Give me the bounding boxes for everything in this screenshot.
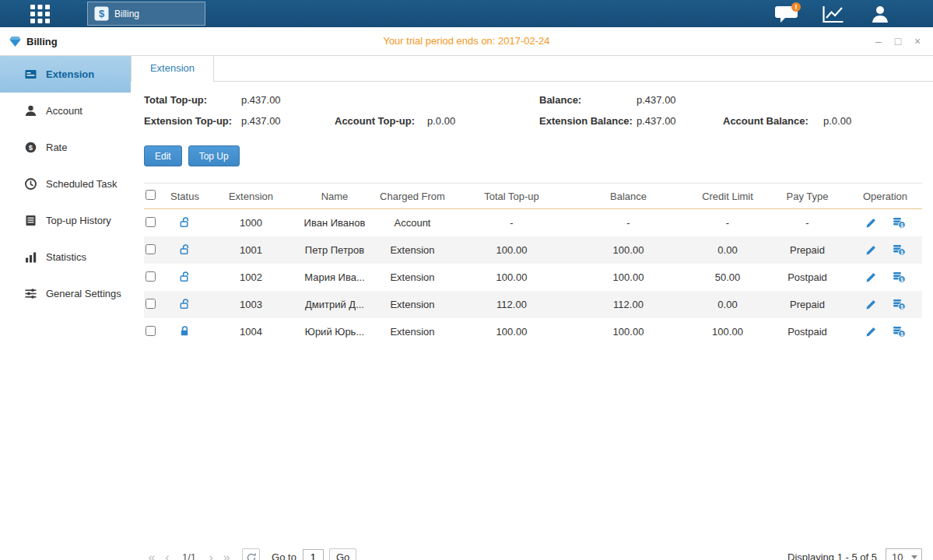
summary-account-balance: Account Balance:p.0.00 [723, 115, 922, 127]
tab-bar: Extension [131, 56, 933, 82]
row-checkbox[interactable] [146, 326, 156, 336]
window-controls: – □ × [872, 27, 924, 55]
dollar-square-icon: $ [94, 6, 109, 21]
cell-pay-type: - [766, 217, 848, 229]
topbar-billing-tab[interactable]: $ Billing [87, 2, 205, 26]
summary-extension-topup: Extension Top-up:p.437.00 [144, 115, 335, 127]
status-unlocked-icon[interactable] [179, 298, 191, 310]
sidebar-item-rate[interactable]: $ Rate [0, 129, 131, 166]
cell-credit-limit: - [689, 217, 766, 229]
cell-total-topup: - [455, 217, 568, 229]
sidebar-item-general-settings[interactable]: General Settings [0, 275, 131, 312]
extension-table: Status Extension Name Charged From Total… [144, 183, 922, 345]
summary-label: Total Top-up: [144, 94, 241, 106]
sidebar-item-account[interactable]: Account [0, 93, 131, 129]
page-size-select[interactable]: 10 [886, 548, 922, 560]
column-header-status: Status [167, 191, 202, 202]
tab-extension[interactable]: Extension [131, 56, 214, 82]
cell-pay-type: Prepaid [766, 244, 848, 256]
sidebar-item-label: Top-up History [46, 215, 111, 226]
summary-label: Extension Top-up: [144, 115, 241, 127]
top-up-row-icon[interactable]: $ [893, 299, 906, 310]
cell-pay-type: Postpaid [766, 326, 848, 338]
maximize-button[interactable]: □ [892, 35, 904, 47]
sidebar-item-statistics[interactable]: Statistics [0, 239, 131, 275]
row-checkbox[interactable] [146, 271, 156, 282]
rate-icon: $ [24, 141, 37, 154]
summary-label: Account Top-up: [335, 115, 427, 127]
window-title: Billing [9, 27, 58, 55]
topbar-billing-tab-label: Billing [114, 9, 139, 19]
column-header-operation: Operation [848, 191, 922, 202]
cell-charged-from: Extension [370, 326, 455, 338]
goto-page-input[interactable] [303, 549, 324, 560]
top-up-row-icon[interactable]: $ [893, 326, 906, 338]
edit-row-icon[interactable] [865, 326, 877, 338]
summary-extension-balance: Extension Balance:p.437.00 [539, 115, 723, 127]
first-page-button[interactable]: « [144, 549, 160, 560]
top-up-row-icon[interactable]: $ [893, 244, 906, 256]
row-checkbox[interactable] [146, 299, 156, 309]
status-unlocked-icon[interactable] [179, 243, 191, 255]
messages-button[interactable]: ! [772, 2, 801, 26]
column-header-name: Name [300, 191, 370, 202]
cell-credit-limit: 0.00 [689, 299, 766, 310]
sidebar-item-extension[interactable]: Extension [0, 56, 131, 93]
status-unlocked-icon[interactable] [179, 271, 191, 282]
edit-row-icon[interactable] [865, 299, 877, 310]
sidebar-item-scheduled-task[interactable]: Scheduled Task [0, 166, 131, 202]
last-page-button[interactable]: » [219, 549, 234, 560]
cell-total-topup: 100.00 [455, 244, 568, 256]
edit-button[interactable]: Edit [144, 145, 182, 166]
app-launcher-icon[interactable] [30, 4, 51, 24]
close-button[interactable]: × [911, 35, 924, 47]
svg-text:$: $ [900, 331, 903, 338]
edit-row-icon[interactable] [865, 244, 877, 256]
cell-extension: 1003 [202, 299, 300, 310]
edit-row-icon[interactable] [865, 271, 877, 283]
main-panel: Extension Total Top-up:p.437.00 Balance:… [131, 56, 933, 560]
cell-extension: 1001 [202, 244, 300, 256]
next-page-button[interactable]: › [203, 549, 219, 560]
balance-summary: Total Top-up:p.437.00 Balance:p.437.00 E… [144, 94, 922, 127]
sidebar-item-label: Statistics [46, 251, 86, 263]
user-menu-button[interactable] [865, 2, 895, 26]
top-up-row-icon[interactable]: $ [893, 271, 906, 283]
top-up-row-icon[interactable]: $ [893, 217, 906, 229]
status-locked-icon[interactable] [179, 325, 191, 337]
svg-text:$: $ [900, 304, 903, 310]
summary-value: p.0.00 [823, 115, 851, 127]
topbar: $ Billing ! [0, 0, 933, 27]
sidebar-item-topup-history[interactable]: Top-up History [0, 202, 131, 239]
select-all-checkbox[interactable] [146, 190, 156, 200]
page-size-value: 10 [892, 551, 911, 560]
status-unlocked-icon[interactable] [179, 216, 191, 228]
go-button[interactable]: Go [329, 548, 356, 560]
pagination-bar: « ‹ 1/1 › » Go to Go Displaying 1 - 5 of… [144, 548, 922, 560]
refresh-button[interactable] [242, 548, 260, 560]
cell-balance: 100.00 [568, 244, 689, 256]
statistics-button[interactable] [819, 2, 848, 26]
cell-name: Мария Ива... [300, 271, 370, 283]
top-up-button[interactable]: Top Up [188, 145, 240, 166]
svg-text:$: $ [29, 143, 33, 152]
window-titlebar: Billing Your trial period ends on: 2017-… [0, 27, 933, 56]
sidebar-item-label: Account [46, 105, 82, 117]
cell-balance: 100.00 [568, 271, 689, 283]
minimize-button[interactable]: – [872, 35, 885, 47]
cell-balance: 112.00 [568, 299, 689, 310]
table-row: 1001 Петр Петров Extension 100.00 100.00… [144, 236, 922, 264]
extension-content: Total Top-up:p.437.00 Balance:p.437.00 E… [131, 94, 933, 560]
chat-bubble-icon: ! [773, 2, 801, 26]
row-checkbox[interactable] [146, 244, 156, 254]
summary-total-topup: Total Top-up:p.437.00 [144, 94, 335, 106]
prev-page-button[interactable]: ‹ [160, 549, 175, 560]
column-header-pay-type: Pay Type [766, 191, 848, 202]
svg-text:$: $ [900, 222, 903, 229]
row-checkbox[interactable] [146, 217, 156, 227]
edit-row-icon[interactable] [865, 217, 877, 229]
cell-charged-from: Extension [370, 244, 455, 256]
cell-name: Иван Иванов [300, 217, 370, 229]
cell-total-topup: 100.00 [455, 326, 568, 338]
goto-label: Go to [272, 551, 296, 560]
